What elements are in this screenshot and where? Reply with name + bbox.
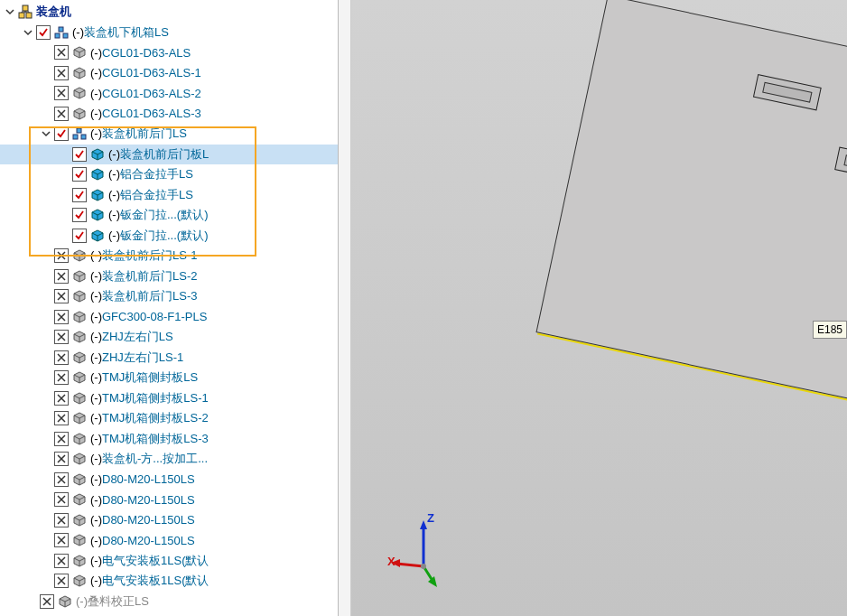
tree-row[interactable]: (-)铝合金拉手LS <box>0 185 350 206</box>
tree-expanded-asm-row[interactable]: (-)装盒机前后门LS <box>0 124 350 145</box>
checkbox-x-icon[interactable] <box>54 330 69 344</box>
checkbox-x-icon[interactable] <box>54 452 69 466</box>
tree-row[interactable]: (-)CGL01-D63-ALS-2 <box>0 83 350 104</box>
tree-item-label[interactable]: (-)D80-M20-L150LS <box>90 513 195 527</box>
tree-item-label[interactable]: (-)装盒机下机箱LS <box>72 24 169 41</box>
tree-row[interactable]: (-)GFC300-08-F1-PLS <box>0 307 350 328</box>
tree-row[interactable]: (-)钣金门拉...(默认) <box>0 205 350 226</box>
tree-subassembly-row[interactable]: (-)装盒机下机箱LS <box>0 23 350 43</box>
tree-row[interactable]: (-)电气安装板1LS(默认 <box>0 571 350 592</box>
tree-item-label[interactable]: (-)装盒机前后门LS <box>90 126 187 142</box>
checkbox-x-icon[interactable] <box>54 269 69 284</box>
tree-row[interactable]: (-)TMJ机箱侧封板LS-3 <box>0 429 350 450</box>
tree-row[interactable]: (-)TMJ机箱侧封板LS <box>0 368 350 388</box>
tree-item-label[interactable]: (-)叠料校正LS <box>76 593 149 610</box>
caret-down-icon[interactable] <box>22 26 34 39</box>
tree-row[interactable]: (-)D80-M20-L150LS <box>0 490 350 510</box>
tree-item-label[interactable]: (-)TMJ机箱侧封板LS-3 <box>90 431 209 447</box>
tree-item-label[interactable]: (-)装盒机前后门板L <box>108 146 209 163</box>
checkbox-x-icon[interactable] <box>54 432 69 446</box>
checkbox-x-icon[interactable] <box>54 310 69 324</box>
checkbox-checked-icon[interactable] <box>36 25 51 40</box>
viewport-tag[interactable]: E185 <box>813 321 847 339</box>
tree-row[interactable]: (-)装盒机前后门LS-3 <box>0 286 350 307</box>
checkbox-checked-icon[interactable] <box>72 188 87 202</box>
checkbox-x-icon[interactable] <box>54 350 69 365</box>
tree-row[interactable]: (-)CGL01-D63-ALS <box>0 42 350 63</box>
prefix-text: (-) <box>108 229 120 242</box>
tree-row[interactable]: (-)装盒机-方...按加工... <box>0 449 350 470</box>
tree-row[interactable]: (-)ZHJ左右门LS <box>0 327 350 348</box>
tree-row[interactable]: (-)D80-M20-L150LS <box>0 530 350 551</box>
panel-divider[interactable] <box>338 0 351 616</box>
checkbox-checked-icon[interactable] <box>54 126 69 141</box>
tree-item-label[interactable]: (-)ZHJ左右门LS <box>90 329 173 345</box>
tree-item-label[interactable]: (-)钣金门拉...(默认) <box>108 207 209 223</box>
tree-row[interactable]: (-)叠料校正LS <box>0 592 350 612</box>
checkbox-checked-icon[interactable] <box>72 167 87 182</box>
caret-down-icon[interactable] <box>40 127 52 140</box>
tree-item-label[interactable]: (-)铝合金拉手LS <box>108 187 193 203</box>
checkbox-x-icon[interactable] <box>54 533 69 547</box>
graphics-viewport[interactable]: X Z E185 <box>351 0 847 616</box>
tree-item-label[interactable]: (-)D80-M20-L150LS <box>90 534 195 547</box>
checkbox-checked-icon[interactable] <box>72 147 87 162</box>
tree-item-label[interactable]: (-)装盒机前后门LS-1 <box>90 247 197 264</box>
tree-row[interactable]: (-)CGL01-D63-ALS-1 <box>0 63 350 84</box>
tree-row[interactable]: (-)D80-M20-L150LS <box>0 510 350 531</box>
tree-item-label[interactable]: (-)铝合金拉手LS <box>108 166 193 182</box>
tree-item-label[interactable]: (-)ZHJ左右门LS-1 <box>90 350 183 366</box>
checkbox-x-icon[interactable] <box>54 370 69 385</box>
tree-item-label[interactable]: (-)CGL01-D63-ALS-3 <box>90 107 201 120</box>
tree-row[interactable]: (-)TMJ机箱侧封板LS-1 <box>0 388 350 409</box>
prefix-text: (-) <box>90 513 102 527</box>
checkbox-x-icon[interactable] <box>54 411 69 425</box>
tree-item-label[interactable]: (-)装盒机前后门LS-2 <box>90 268 197 285</box>
tree-root-label[interactable]: 装盒机 <box>36 4 71 20</box>
feature-tree[interactable]: 装盒机 (-)装盒机下机箱LS (-)CGL01-D63-ALS <box>0 0 350 611</box>
tree-item-label[interactable]: (-)电气安装板1LS(默认 <box>90 553 209 569</box>
tree-row[interactable]: (-)装盒机前后门LS-2 <box>0 266 350 287</box>
tree-item-label[interactable]: (-)D80-M20-L150LS <box>90 493 195 507</box>
tree-item-label[interactable]: (-)GFC300-08-F1-PLS <box>90 310 207 323</box>
tree-item-label[interactable]: (-)TMJ机箱侧封板LS-1 <box>90 390 209 406</box>
checkbox-x-icon[interactable] <box>54 472 69 487</box>
checkbox-x-icon[interactable] <box>54 45 69 60</box>
checkbox-x-icon[interactable] <box>54 107 69 121</box>
tree-root-row[interactable]: 装盒机 <box>0 2 350 23</box>
tree-item-label[interactable]: (-)CGL01-D63-ALS-1 <box>90 66 201 79</box>
tree-row[interactable]: (-)TMJ机箱侧封板LS-2 <box>0 408 350 429</box>
checkbox-x-icon[interactable] <box>54 289 69 303</box>
tree-item-label[interactable]: (-)装盒机-方...按加工... <box>90 451 208 467</box>
tree-item-label[interactable]: (-)电气安装板1LS(默认 <box>90 573 209 589</box>
prefix-text: (-) <box>90 350 102 364</box>
tree-row[interactable]: (-)铝合金拉手LS <box>0 164 350 185</box>
coordinate-triad[interactable]: X Z <box>387 517 460 589</box>
tree-item-label[interactable]: (-)CGL01-D63-ALS-2 <box>90 87 201 100</box>
checkbox-x-icon[interactable] <box>54 86 69 100</box>
tree-item-label[interactable]: (-)钣金门拉...(默认) <box>108 228 209 244</box>
checkbox-x-icon[interactable] <box>40 594 54 609</box>
caret-down-icon[interactable] <box>4 5 16 18</box>
checkbox-checked-icon[interactable] <box>72 229 87 243</box>
tree-row[interactable]: (-)ZHJ左右门LS-1 <box>0 348 350 369</box>
tree-row[interactable]: (-)装盒机前后门LS-1 <box>0 246 350 266</box>
tree-item-label[interactable]: (-)D80-M20-L150LS <box>90 472 195 486</box>
tree-row[interactable]: (-)钣金门拉...(默认) <box>0 226 350 247</box>
checkbox-x-icon[interactable] <box>54 492 69 507</box>
checkbox-x-icon[interactable] <box>54 574 69 588</box>
checkbox-x-icon[interactable] <box>54 391 69 406</box>
tree-item-label[interactable]: (-)TMJ机箱侧封板LS-2 <box>90 410 209 426</box>
tree-item-label[interactable]: (-)装盒机前后门LS-3 <box>90 288 197 304</box>
checkbox-x-icon[interactable] <box>54 66 69 80</box>
tree-row[interactable]: (-)D80-M20-L150LS <box>0 470 350 490</box>
checkbox-x-icon[interactable] <box>54 554 69 568</box>
tree-item-label[interactable]: (-)CGL01-D63-ALS <box>90 46 191 60</box>
checkbox-x-icon[interactable] <box>54 513 69 527</box>
tree-row[interactable]: (-)装盒机前后门板L <box>0 145 350 165</box>
tree-row[interactable]: (-)电气安装板1LS(默认 <box>0 551 350 572</box>
tree-item-label[interactable]: (-)TMJ机箱侧封板LS <box>90 369 198 386</box>
tree-row[interactable]: (-)CGL01-D63-ALS-3 <box>0 104 350 125</box>
checkbox-checked-icon[interactable] <box>72 208 87 222</box>
checkbox-x-icon[interactable] <box>54 248 69 263</box>
